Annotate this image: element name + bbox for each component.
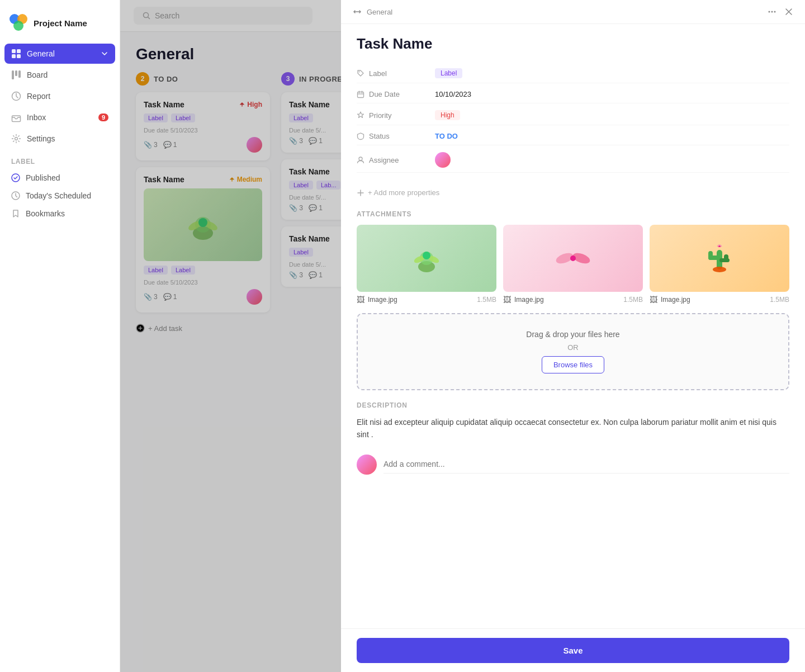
attachment-name: Image.jpg <box>661 296 690 304</box>
inbox-label: Inbox <box>27 113 46 122</box>
prop-value-status: TO DO <box>435 132 458 140</box>
description-section-title: DESCRIPTION <box>357 401 789 409</box>
attachment-size: 1.5MB <box>623 296 643 304</box>
bookmark-icon <box>11 209 20 218</box>
dropzone-text: Drag & drop your files here <box>526 330 619 339</box>
comment-user-avatar <box>357 455 377 475</box>
label-section-header: Label <box>0 149 120 169</box>
published-label: Published <box>26 173 60 182</box>
panel-header: General <box>341 0 805 24</box>
close-icon[interactable] <box>784 7 794 17</box>
svg-point-33 <box>423 252 430 259</box>
panel-header-right <box>767 7 794 17</box>
attachment-item[interactable]: 🖼 Image.jpg 1.5MB <box>503 225 643 304</box>
today-label: Today's Scheduled <box>26 191 91 200</box>
shield-icon <box>357 132 364 140</box>
inbox-icon <box>11 112 21 122</box>
nav-menu: General Board Report <box>0 44 120 149</box>
attachment-name: Image.jpg <box>514 296 544 304</box>
svg-rect-27 <box>358 92 364 97</box>
sidebar-item-settings[interactable]: Settings <box>4 129 115 149</box>
prop-row-priority: Priority High <box>357 106 789 125</box>
tag-icon <box>357 69 364 77</box>
svg-rect-5 <box>12 54 16 58</box>
panel-body: Task Name Label Label <box>341 24 805 628</box>
settings-label: Settings <box>27 134 55 143</box>
plant-svg <box>407 239 446 278</box>
svg-point-28 <box>359 157 362 160</box>
description-text: Elit nisi ad excepteur aliquip cupidatat… <box>357 416 789 441</box>
general-label: General <box>27 49 55 58</box>
svg-point-25 <box>774 11 776 13</box>
svg-point-36 <box>570 255 576 261</box>
prop-row-due-date: Due Date 10/10/2023 <box>357 86 789 103</box>
clock-icon <box>11 191 20 200</box>
board-icon <box>11 70 21 80</box>
attachment-item[interactable]: 🖼 Image.jpg 1.5MB <box>357 225 496 304</box>
sidebar-item-general[interactable]: General <box>4 44 115 64</box>
sidebar-item-today[interactable]: Today's Scheduled <box>4 187 115 205</box>
svg-rect-6 <box>17 54 21 58</box>
ribbon-svg <box>553 242 593 275</box>
attachment-info: 🖼 Image.jpg 1.5MB <box>650 295 789 304</box>
attachment-info: 🖼 Image.jpg 1.5MB <box>357 295 496 304</box>
task-detail-panel: General Task Name Label <box>341 0 805 672</box>
panel-header-left: General <box>352 7 392 17</box>
attachment-thumb-1 <box>357 225 496 292</box>
comment-input[interactable] <box>383 455 789 474</box>
add-more-label: + Add more properties <box>368 188 439 197</box>
add-more-properties-button[interactable]: + Add more properties <box>357 184 789 201</box>
svg-point-2 <box>13 21 23 31</box>
sidebar-item-bookmarks[interactable]: Bookmarks <box>4 205 115 223</box>
svg-point-23 <box>769 11 770 13</box>
browse-files-button[interactable]: Browse files <box>542 356 604 373</box>
comment-area <box>357 455 789 475</box>
prop-value-priority: High <box>435 110 460 120</box>
bookmarks-label: Bookmarks <box>26 209 65 218</box>
chevron-down-icon <box>101 50 108 58</box>
logo-icon <box>9 13 28 32</box>
board-label: Board <box>27 70 48 79</box>
sidebar: Project Name General Board <box>0 0 120 672</box>
save-button[interactable]: Save <box>357 638 789 663</box>
prop-label-key: Label <box>357 69 435 78</box>
more-options-icon[interactable] <box>767 7 777 17</box>
sidebar-item-published[interactable]: Published <box>4 169 115 187</box>
sidebar-item-board[interactable]: Board <box>4 65 115 85</box>
check-circle-icon <box>11 173 20 182</box>
attachment-info: 🖼 Image.jpg 1.5MB <box>503 295 643 304</box>
assignee-avatar-detail <box>435 152 451 168</box>
svg-rect-41 <box>724 254 728 262</box>
prop-value-due-date: 10/10/2023 <box>435 90 471 98</box>
jpg-icon: 🖼 <box>650 295 657 304</box>
settings-icon <box>11 134 21 144</box>
svg-point-12 <box>15 138 18 140</box>
prop-status-key: Status <box>357 132 435 140</box>
inbox-badge: 9 <box>98 113 108 121</box>
prop-assignee-key: Assignee <box>357 156 435 164</box>
drop-zone[interactable]: Drag & drop your files here OR Browse fi… <box>357 313 789 390</box>
jpg-icon: 🖼 <box>357 295 364 304</box>
attachment-size: 1.5MB <box>477 296 496 304</box>
cactus-svg <box>703 239 736 278</box>
svg-rect-39 <box>708 251 713 260</box>
panel-task-title: Task Name <box>357 35 789 53</box>
grid-icon <box>11 49 21 59</box>
report-label: Report <box>27 92 50 101</box>
attachment-item[interactable]: 🖼 Image.jpg 1.5MB <box>650 225 789 304</box>
attachment-name: Image.jpg <box>368 296 397 304</box>
dropzone-or: OR <box>567 343 579 352</box>
attachments-section-title: ATTACHMENTS <box>357 210 789 218</box>
svg-point-26 <box>359 72 360 73</box>
prop-value-label: Label <box>435 68 462 78</box>
expand-icon[interactable] <box>352 7 362 17</box>
plus-icon <box>357 189 364 197</box>
app-logo[interactable]: Project Name <box>0 9 120 44</box>
app-name: Project Name <box>34 18 87 28</box>
sidebar-item-report[interactable]: Report <box>4 86 115 106</box>
prop-row-label: Label Label <box>357 64 789 83</box>
properties-grid: Label Label Due Date 10/10/2023 <box>357 64 789 173</box>
sidebar-item-inbox[interactable]: Inbox 9 <box>4 107 115 127</box>
svg-rect-8 <box>15 70 17 76</box>
attachment-thumb-2 <box>503 225 643 292</box>
